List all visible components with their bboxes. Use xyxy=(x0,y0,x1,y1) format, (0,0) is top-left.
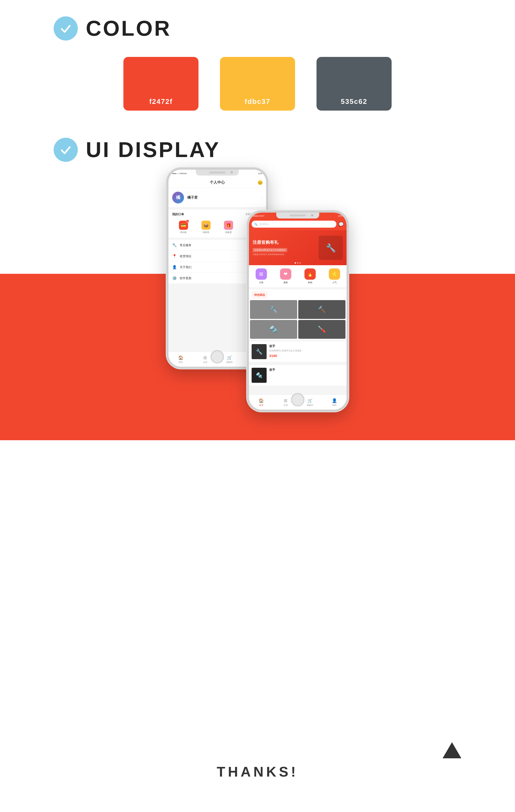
cat-icon-classify-symbol: ⊞ xyxy=(259,271,263,277)
phone-speaker-right xyxy=(290,214,306,216)
menu-icon-about: 👤 xyxy=(172,265,177,269)
cat-label-hot: 热销 xyxy=(308,281,312,284)
color-title: COLOR xyxy=(86,16,172,41)
order-label-receive: 待收货 xyxy=(225,231,232,234)
menu-icon-aftersale: 🔧 xyxy=(172,243,177,247)
product-thumb-1[interactable]: 🔧 xyxy=(250,300,297,319)
battery-right: 100% xyxy=(338,215,343,217)
featured-label: 特色商品 xyxy=(251,291,268,298)
cat-icon-new-symbol: ❤ xyxy=(283,271,287,277)
order-label-ship: 待发货 xyxy=(203,231,209,234)
cat-item-classify[interactable]: ⊞ 分类 xyxy=(255,268,267,284)
color-header: COLOR xyxy=(54,16,461,41)
cat-label-classify: 分类 xyxy=(259,281,264,284)
color-swatch-red-label: f2472f xyxy=(149,97,173,106)
user-row[interactable]: 橘子君 › xyxy=(169,188,266,207)
banner-dot-2 xyxy=(297,262,299,264)
phone-topbar-left xyxy=(196,170,239,176)
order-icon-receive: 🎁 xyxy=(226,223,231,228)
tab-mine-icon-right: 👤 xyxy=(332,398,337,403)
cat-icon-hot: 🔥 xyxy=(304,268,316,280)
phone-topbar-right xyxy=(276,212,319,219)
order-label-pay: 待付款 xyxy=(180,231,187,234)
product-list-item-1[interactable]: 🔧 扳手 双头两用开口呆板手五金工具套装 ¥180 xyxy=(249,342,346,362)
order-badge-pay: 1 xyxy=(186,220,189,223)
battery-left: 22% xyxy=(258,172,262,175)
small-white-square xyxy=(35,707,51,723)
signal-left: ●●●○○ VIRGIN xyxy=(172,172,187,175)
ui-display-check-icon xyxy=(54,138,78,162)
user-avatar xyxy=(172,192,184,203)
phone-camera-right xyxy=(311,214,313,216)
cat-icon-popular-symbol: ⭐ xyxy=(332,271,337,277)
cat-label-popular: 人气 xyxy=(332,281,337,284)
menu-icon-update: ⚙️ xyxy=(172,276,177,280)
product-desc-1: 双头两用开口呆板手五金工具套装 xyxy=(269,349,344,352)
signal-right: ●●●●● AT&T xyxy=(252,215,265,217)
banner-dots xyxy=(295,262,301,264)
search-icon: 🔍 xyxy=(254,223,258,226)
banner-image: 🔧 xyxy=(319,236,343,260)
thanks-section: THANKS! xyxy=(0,748,515,801)
ui-display-header: UI DISPLAY xyxy=(54,138,461,162)
cat-item-new[interactable]: ❤ 最新 xyxy=(280,268,291,284)
home-button-right[interactable] xyxy=(291,393,304,406)
product-thumb-2[interactable]: 🔨 xyxy=(298,300,345,319)
menu-icon-address: 📍 xyxy=(172,254,177,258)
tab-cart-label-left: 购物车 xyxy=(226,361,233,364)
order-circle-pay: 💳 1 xyxy=(179,221,188,230)
nav-icon-left[interactable]: 😊 xyxy=(258,180,263,185)
order-item-ship[interactable]: 📦 待发货 xyxy=(202,221,211,234)
banner-sub: 自单满999即送五金大礼包图新款 xyxy=(253,248,287,252)
phone-right: ●●●●● AT&T 9:41 AM 100% 🔍 搜索商品 💬 xyxy=(247,210,349,412)
order-item-receive[interactable]: 🎁 待收货 xyxy=(224,221,233,234)
banner-dot-1 xyxy=(295,262,296,264)
banner-title: 注册首购有礼 xyxy=(253,240,319,245)
cat-item-popular[interactable]: ⭐ 人气 xyxy=(329,268,340,284)
cat-icon-new: ❤ xyxy=(280,268,291,280)
color-section: COLOR f2472f fdbc37 535c62 xyxy=(0,0,515,127)
featured-header: 特色商品 xyxy=(249,289,346,300)
tab-category-label-left: 分类 xyxy=(203,361,207,364)
user-name: 橘子君 xyxy=(187,195,258,200)
search-input-box[interactable]: 🔍 搜索商品 xyxy=(251,221,336,228)
featured-section: 特色商品 🔧 🔨 🔩 🪛 xyxy=(249,289,346,340)
tab-home-label-left: 首页 xyxy=(179,361,183,364)
tab-category-icon-left: ⊞ xyxy=(203,355,207,360)
color-swatch-dark-label: 535c62 xyxy=(341,97,367,106)
home-button-left[interactable] xyxy=(211,350,224,364)
product-thumb-4[interactable]: 🪛 xyxy=(298,320,345,339)
color-swatch-yellow-label: fdbc37 xyxy=(245,97,270,106)
orders-title: 我的订单 xyxy=(172,212,184,216)
tab-home-icon-left: 🏠 xyxy=(178,355,183,360)
tab-mine-label-right: 我的 xyxy=(332,404,337,407)
nav-title-left: 个人中心 xyxy=(210,180,225,185)
tab-home-left[interactable]: 🏠 首页 xyxy=(169,355,193,364)
nav-bar-left: 个人中心 😊 xyxy=(169,177,266,188)
search-bar-area: 🔍 搜索商品 💬 xyxy=(249,219,346,230)
cat-item-hot[interactable]: 🔥 热销 xyxy=(304,268,316,284)
tab-cart-icon-left: 🛒 xyxy=(227,355,232,360)
product-info-2: 扳手 xyxy=(269,368,344,373)
color-swatch-dark: 535c62 xyxy=(316,57,392,111)
product-thumb-3[interactable]: 🔩 xyxy=(250,320,297,339)
product-list-item-2[interactable]: 🔩 扳手 xyxy=(249,364,346,385)
tab-home-right[interactable]: 🏠 首页 xyxy=(249,398,273,407)
phone-camera-left xyxy=(231,171,233,173)
banner-dot-3 xyxy=(300,262,301,264)
message-icon[interactable]: 💬 xyxy=(338,222,344,227)
color-swatch-red: f2472f xyxy=(123,57,199,111)
cat-label-new: 最新 xyxy=(283,281,288,284)
tab-category-icon-right: ⊞ xyxy=(284,398,287,403)
search-placeholder: 搜索商品 xyxy=(259,223,269,226)
product-info-1: 扳手 双头两用开口呆板手五金工具套装 ¥180 xyxy=(269,344,344,358)
order-item-pay[interactable]: 💳 1 待付款 xyxy=(179,221,188,234)
cat-icon-classify: ⊞ xyxy=(255,268,267,280)
category-row: ⊞ 分类 ❤ 最新 🔥 xyxy=(249,265,346,287)
tab-mine-right[interactable]: 👤 我的 xyxy=(322,398,346,407)
ui-display-title: UI DISPLAY xyxy=(86,138,220,162)
cat-icon-hot-symbol: 🔥 xyxy=(307,271,313,277)
order-circle-receive: 🎁 xyxy=(224,221,233,230)
product-name-2: 扳手 xyxy=(269,368,344,372)
banner-desc: 注册超过300积分 首单享最低级别折扣 xyxy=(253,253,319,256)
